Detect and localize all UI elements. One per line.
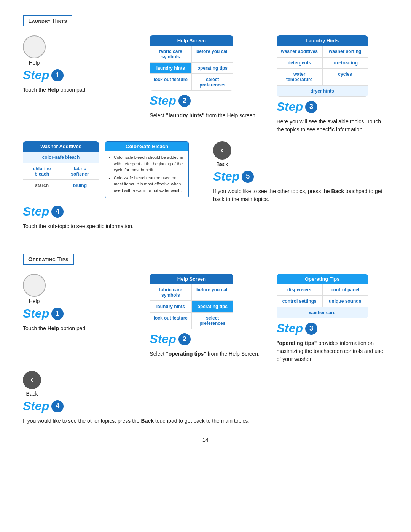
lh-cell-water-temp[interactable]: water temperature (277, 69, 322, 85)
step2-heading: Step 2 (150, 94, 190, 108)
lh-cell-dryer-hints[interactable]: dryer hints (277, 85, 368, 97)
ot-step2-heading: Step 2 (150, 332, 190, 346)
laundry-hints-table-grid: washer additives washer sorting detergen… (277, 46, 368, 97)
laundry-hints-section: Laundry Hints Help Step 1 Touch the Help… (23, 15, 388, 230)
operating-tips-step1-col: Help Step 1 Touch the Help option pad. (23, 274, 134, 363)
help-icon-container-1: Help (23, 35, 46, 66)
operating-tips-table-header: Operating Tips (277, 274, 368, 284)
ot-help-cell-fabric-care[interactable]: fabric care symbols (150, 284, 191, 301)
operating-tips-header: Operating Tips (23, 254, 74, 265)
section-divider (23, 242, 388, 242)
laundry-hints-step1-col: Help Step 1 Touch the Help option pad. (23, 35, 134, 134)
washer-additives-grid: color-safe bleach chlorine bleach fabric… (23, 152, 99, 191)
color-safe-bleach-header: Color-Safe Bleach (105, 142, 188, 151)
ot-cell-control-panel[interactable]: control panel (322, 284, 368, 296)
back-circle-1[interactable] (213, 141, 231, 160)
wa-cell-color-safe-bleach[interactable]: color-safe bleach (23, 152, 99, 163)
step5-word: Step (213, 169, 239, 184)
help-screen-header-2: Help Screen (150, 274, 233, 284)
operating-tips-table-grid: dispensers control panel control setting… (277, 284, 368, 318)
step4-word: Step (23, 204, 49, 219)
lh-cell-pre-treating[interactable]: pre-treating (322, 57, 368, 69)
ot-cell-dispensers[interactable]: dispensers (277, 284, 322, 296)
step4-text: Touch the sub-topic to see specific info… (23, 222, 134, 230)
step3-word: Step (277, 100, 303, 114)
ot-cell-control-settings[interactable]: control settings (277, 296, 322, 307)
operating-tips-steps-123: Help Step 1 Touch the Help option pad. H… (23, 274, 388, 363)
operating-tips-section: Operating Tips Help Step 1 Touch the Hel… (23, 254, 388, 425)
ot-step1-heading: Step 1 (23, 307, 64, 321)
step1-number: 1 (51, 69, 64, 81)
laundry-hints-steps-45: Washer Additives color-safe bleach chlor… (23, 141, 388, 230)
ot-cell-unique-sounds[interactable]: unique sounds (322, 296, 368, 307)
ot-step4-text: If you would like to see the other topic… (23, 417, 249, 425)
operating-tips-table: Operating Tips dispensers control panel … (277, 274, 368, 318)
page-number-value: 14 (202, 436, 209, 443)
help-screen-table-1: Help Screen fabric care symbols before y… (150, 35, 233, 91)
ot-help-cell-before-you-call[interactable]: before you call (191, 284, 233, 301)
help-cell-lock-out[interactable]: lock out feature (150, 74, 191, 91)
back-arrow-icon (218, 146, 227, 155)
lh-cell-washer-sorting[interactable]: washer sorting (322, 46, 368, 57)
back-arrow-icon-2 (27, 375, 37, 385)
step4-heading: Step 4 (23, 204, 64, 219)
ot-step3-heading: Step 3 (277, 321, 317, 335)
help-cell-fabric-care[interactable]: fabric care symbols (150, 46, 191, 62)
ot-help-cell-lock-out[interactable]: lock out feature (150, 312, 191, 329)
step5-heading: Step 5 (213, 169, 254, 184)
laundry-hints-steps-123: Help Step 1 Touch the Help option pad. H… (23, 35, 388, 134)
lh-cell-cycles[interactable]: cycles (322, 69, 368, 85)
ot-help-cell-laundry-hints[interactable]: laundry hints (150, 301, 191, 312)
ot-cell-washer-care[interactable]: washer care (277, 307, 368, 318)
step3-number: 3 (305, 101, 317, 113)
operating-tips-step4-col: Back Step 4 If you would like to see the… (23, 371, 388, 425)
help-cell-select-prefs[interactable]: select preferences (191, 74, 233, 91)
ot-step4-word: Step (23, 399, 49, 413)
laundry-hints-table-header: Laundry Hints (277, 35, 368, 46)
ot-step1-word: Step (23, 307, 49, 321)
lh-cell-washer-additives[interactable]: washer additives (277, 46, 322, 57)
ot-help-cell-select-prefs[interactable]: select preferences (191, 312, 233, 329)
wa-cell-chlorine-bleach[interactable]: chlorine bleach (23, 163, 61, 180)
ot-help-cell-operating-tips[interactable]: operating tips (191, 301, 233, 312)
help-screen-grid-2: fabric care symbols before you call laun… (150, 284, 233, 329)
washer-additives-header: Washer Additives (23, 141, 99, 152)
step1-text: Touch the Help option pad. (23, 86, 87, 94)
step3-heading: Step 3 (277, 100, 317, 114)
ot-step4-heading: Step 4 (23, 399, 64, 413)
back-icon-container-1: Back (213, 141, 231, 167)
step2-number: 2 (178, 95, 191, 107)
laundry-hints-header: Laundry Hints (23, 15, 72, 26)
help-cell-operating-tips[interactable]: operating tips (191, 62, 233, 74)
operating-tips-step3-col: Operating Tips dispensers control panel … (277, 274, 388, 363)
wa-cell-bluing[interactable]: bluing (61, 180, 99, 191)
help-screen-table-2: Help Screen fabric care symbols before y… (150, 274, 233, 329)
help-circle-2 (23, 274, 46, 297)
ot-step2-word: Step (150, 332, 176, 346)
back-circle-2[interactable] (23, 371, 41, 389)
ot-step4-number: 4 (51, 400, 64, 412)
help-cell-before-you-call[interactable]: before you call (191, 46, 233, 62)
help-screen-header-1: Help Screen (150, 35, 233, 46)
back-label-1: Back (216, 161, 228, 167)
operating-tips-step2-col: Help Screen fabric care symbols before y… (150, 274, 261, 363)
ot-step3-word: Step (277, 321, 303, 335)
color-safe-bleach-box: Color-Safe Bleach Color-safe bleach shou… (105, 141, 189, 198)
ot-step1-number: 1 (51, 308, 64, 320)
lh-cell-detergents[interactable]: detergents (277, 57, 322, 69)
laundry-hints-step4-col: Washer Additives color-safe bleach chlor… (23, 141, 198, 230)
step2-word: Step (150, 94, 176, 108)
help-screen-grid-1: fabric care symbols before you call laun… (150, 46, 233, 91)
ot-step2-number: 2 (178, 333, 191, 345)
help-label-2: Help (29, 298, 40, 304)
step1-word: Step (23, 68, 49, 82)
csb-bullet-2: Color-safe bleach can be used on most it… (114, 175, 185, 194)
washer-additives-table: Washer Additives color-safe bleach chlor… (23, 141, 99, 198)
ot-step3-number: 3 (305, 323, 317, 335)
wa-cell-fabric-softener[interactable]: fabric softener (61, 163, 99, 180)
help-label-1: Help (29, 60, 40, 66)
help-cell-laundry-hints[interactable]: laundry hints (150, 62, 191, 74)
wa-cell-starch[interactable]: starch (23, 180, 61, 191)
laundry-hints-title: Laundry Hints (28, 18, 67, 24)
help-icon-container-2: Help (23, 274, 46, 304)
